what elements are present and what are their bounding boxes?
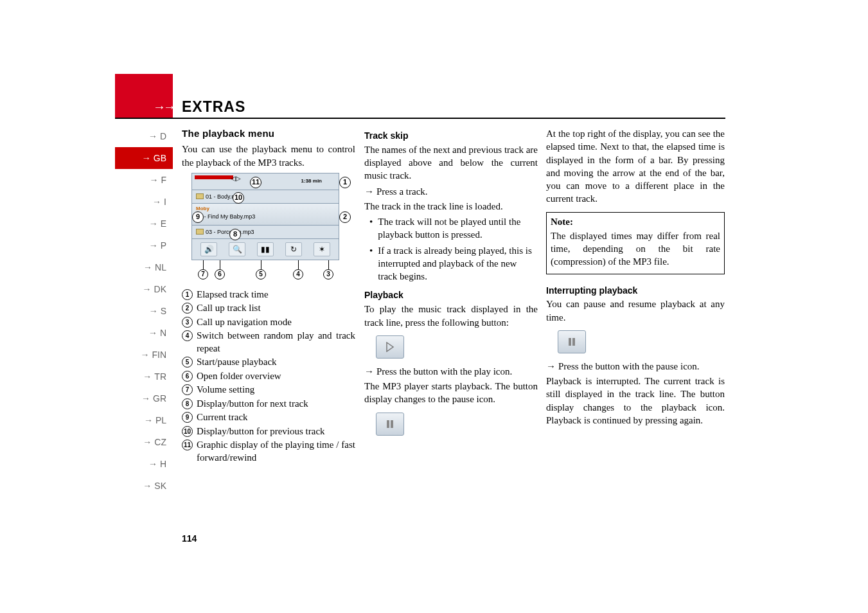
- artist-label: Moby: [196, 204, 339, 213]
- sidebar-label: FIN: [152, 350, 166, 360]
- sidebar-item-dk[interactable]: →DK: [115, 278, 173, 300]
- legend-text: Open folder overview: [197, 370, 355, 383]
- callout-line: [328, 260, 329, 269]
- sidebar-item-pl[interactable]: →PL: [115, 409, 173, 431]
- arrow-icon: →: [149, 306, 158, 316]
- sidebar-item-cz[interactable]: →CZ: [115, 431, 173, 453]
- legend-item-6: 6Open folder overview: [182, 370, 355, 383]
- column-3: At the top right of the display, you can…: [546, 127, 725, 429]
- callout-line: [203, 260, 204, 269]
- folder-icon: [196, 229, 204, 235]
- arrow-icon: →: [140, 350, 149, 360]
- volume-icon: 🔊: [200, 242, 217, 256]
- callout-4: 4: [293, 269, 303, 280]
- legend-item-8: 8Display/button for next track: [182, 398, 355, 411]
- pause-icon: [385, 420, 394, 429]
- note-text: The displayed times may differ from real…: [551, 229, 720, 269]
- previous-track-row: 01 - Body.mp3: [192, 190, 339, 204]
- navigation-icon: ✶: [314, 242, 330, 256]
- arrow-icon: →: [148, 459, 157, 469]
- action-arrow-icon: →: [364, 365, 374, 378]
- sidebar-label: S: [161, 306, 166, 316]
- sidebar-item-e[interactable]: →E: [115, 213, 173, 235]
- current-track-text: 02 - Find My Baby.mp3: [196, 213, 339, 220]
- sidebar-label: D: [160, 131, 166, 141]
- callout-2: 2: [339, 211, 351, 223]
- progress-handle: ◁▷: [231, 174, 241, 183]
- sidebar-item-h[interactable]: →H: [115, 453, 173, 475]
- legend-number: 1: [182, 289, 193, 300]
- legend-text: Call up navigation mode: [197, 316, 355, 329]
- playback-heading: Playback: [364, 289, 538, 301]
- playback-menu-intro: You can use the playback menu to control…: [182, 143, 355, 169]
- sidebar-label: DK: [154, 284, 166, 294]
- arrow-icon: →: [149, 240, 158, 251]
- legend-text: Elapsed track time: [197, 289, 355, 301]
- sidebar-label: N: [160, 328, 166, 338]
- bullet-2-text: If a track is already being played, this…: [378, 244, 538, 283]
- sidebar-item-nl[interactable]: →NL: [115, 256, 173, 278]
- interrupting-para: You can pause and resume playback at any…: [546, 298, 725, 324]
- sidebar-item-fin[interactable]: →FIN: [115, 344, 173, 366]
- sidebar-item-tr[interactable]: →TR: [115, 366, 173, 387]
- sidebar-item-gb[interactable]: →GB: [115, 147, 173, 169]
- track-loaded-para: The track in the track line is loaded.: [364, 200, 538, 213]
- legend-item-7: 7Volume setting: [182, 384, 355, 396]
- bullet-icon: •: [369, 244, 373, 257]
- sidebar-label: E: [161, 218, 166, 229]
- column-1: The playback menu You can use the playba…: [182, 127, 355, 465]
- header-arrows: →→→: [153, 100, 184, 114]
- sidebar-item-f[interactable]: →F: [115, 169, 173, 191]
- interrupting-result-para: Playback is interrupted. The current tra…: [546, 375, 725, 427]
- current-track-row: Moby 02 - Find My Baby.mp3: [192, 204, 339, 226]
- callout-6: 6: [215, 269, 225, 280]
- pause-button: [376, 413, 404, 436]
- play-pause-icon: ▮▮: [257, 242, 274, 256]
- legend-text: Current track: [197, 411, 355, 424]
- legend-text: Switch between random play and track rep…: [197, 330, 355, 355]
- legend-text: Volume setting: [197, 384, 355, 396]
- press-track-text: Press a track.: [376, 185, 428, 198]
- svg-rect-4: [572, 338, 575, 346]
- press-track-action: → Press a track.: [364, 185, 538, 198]
- arrow-icon: →: [149, 218, 158, 229]
- action-arrow-icon: →: [546, 360, 556, 373]
- playback-menu-heading: The playback menu: [182, 127, 355, 140]
- legend-item-5: 5Start/pause playback: [182, 356, 355, 369]
- control-icons-row: 🔊 🔍 ▮▮ ↻ ✶: [192, 239, 339, 260]
- bullet-1-text: The track will not be played until the p…: [378, 215, 538, 242]
- note-box: Note: The displayed times may differ fro…: [546, 212, 725, 274]
- callout-line: [298, 260, 299, 269]
- sidebar-item-sk[interactable]: →SK: [115, 475, 173, 497]
- legend-item-10: 10Display/button for previous track: [182, 425, 355, 438]
- sidebar-item-p[interactable]: →P: [115, 235, 173, 256]
- press-pause-action: → Press the button with the pause icon.: [546, 360, 725, 373]
- sidebar-item-i[interactable]: →I: [115, 191, 173, 213]
- column-2: Track skip The names of the next and pre…: [364, 127, 538, 442]
- sidebar-label: NL: [155, 262, 166, 272]
- callout-7: 7: [198, 269, 208, 280]
- folder-icon: [196, 193, 204, 199]
- callout-3: 3: [323, 269, 333, 280]
- svg-marker-0: [387, 342, 393, 351]
- sidebar-item-s[interactable]: →S: [115, 300, 173, 322]
- arrow-icon: →: [144, 415, 153, 425]
- language-sidebar: →D→GB→F→I→E→P→NL→DK→S→N→FIN→TR→GR→PL→CZ→…: [115, 125, 173, 497]
- mp3-player-screenshot: ◁▷ 1:38 min 01 - Body.mp3 Moby 02 - Find…: [191, 173, 339, 260]
- sidebar-item-gr[interactable]: →GR: [115, 387, 173, 409]
- callout-5: 5: [256, 269, 266, 280]
- svg-rect-3: [569, 338, 571, 346]
- interrupting-heading: Interrupting playback: [546, 285, 725, 297]
- track-skip-bullets: •The track will not be played until the …: [364, 215, 538, 283]
- playback-result-para: The MP3 player starts playback. The butt…: [364, 380, 538, 406]
- playback-para: To play the music track displayed in the…: [364, 303, 538, 329]
- legend-text: Start/pause playback: [197, 356, 355, 369]
- press-play-action: → Press the button with the play icon.: [364, 365, 538, 378]
- elapsed-time-label: 1:38 min: [301, 178, 322, 185]
- legend-item-4: 4Switch between random play and track re…: [182, 330, 355, 355]
- legend-item-2: 2Call up track list: [182, 302, 355, 315]
- legend-item-9: 9Current track: [182, 411, 355, 424]
- sidebar-item-n[interactable]: →N: [115, 322, 173, 344]
- sidebar-item-d[interactable]: →D: [115, 125, 173, 147]
- callout-11: 11: [250, 177, 261, 188]
